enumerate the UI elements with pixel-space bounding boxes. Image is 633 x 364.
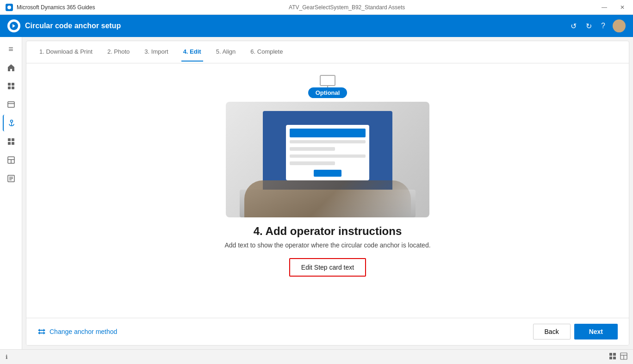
- svg-rect-4: [8, 83, 11, 86]
- sidebar: ≡: [0, 37, 22, 349]
- svg-point-2: [616, 22, 622, 27]
- svg-rect-7: [12, 86, 14, 89]
- grid-view-icon[interactable]: [609, 352, 616, 361]
- step-title: 4. Add operator instructions: [254, 225, 402, 238]
- optional-container: Optional: [319, 74, 336, 93]
- svg-point-3: [614, 28, 624, 32]
- dialog-line-2: [290, 147, 335, 151]
- tabs-bar: 1. Download & Print 2. Photo 3. Import 4…: [26, 41, 629, 63]
- svg-rect-13: [12, 138, 14, 141]
- header-title-text: Circular code anchor setup: [25, 22, 121, 30]
- svg-point-1: [7, 6, 11, 9]
- svg-rect-5: [12, 83, 14, 86]
- back-button[interactable]: Back: [533, 324, 571, 339]
- edit-step-card-button[interactable]: Edit Step card text: [289, 258, 366, 277]
- dialog-line-3: [290, 154, 366, 158]
- window-controls: — ✕: [599, 3, 627, 12]
- title-bar: Microsoft Dynamics 365 Guides ATV_GearSe…: [0, 0, 633, 15]
- status-info: ℹ: [6, 354, 8, 360]
- app-title: Microsoft Dynamics 365 Guides: [17, 4, 95, 11]
- dialog-line-1: [290, 140, 366, 144]
- change-anchor-label: Change anchor method: [50, 328, 117, 335]
- svg-rect-12: [8, 138, 11, 141]
- status-right: [609, 352, 627, 361]
- tab-download[interactable]: 1. Download & Print: [37, 43, 94, 62]
- svg-rect-28: [609, 357, 612, 359]
- optional-badge: Optional: [308, 87, 348, 98]
- header-logo: [7, 19, 20, 32]
- tab-align[interactable]: 5. Align: [214, 43, 238, 62]
- sidebar-item-layout[interactable]: [3, 152, 19, 168]
- svg-rect-23: [320, 75, 335, 86]
- redo-button[interactable]: ↻: [584, 20, 594, 32]
- main-content: Optional: [26, 63, 629, 318]
- app-icon: [6, 4, 13, 11]
- sidebar-item-card[interactable]: [3, 96, 19, 113]
- footer: Change anchor method Back Next: [26, 318, 629, 345]
- header-bar: Circular code anchor setup ↺ ↻ ?: [0, 15, 633, 37]
- info-icon: ℹ: [6, 354, 8, 360]
- laptop-image: [226, 102, 429, 217]
- svg-rect-29: [613, 357, 616, 359]
- close-button[interactable]: ✕: [617, 3, 627, 12]
- laptop-hands: [244, 180, 411, 217]
- sidebar-item-analytics[interactable]: [3, 78, 19, 94]
- tab-import[interactable]: 3. Import: [143, 43, 170, 62]
- svg-point-10: [10, 120, 12, 123]
- header-actions: ↺ ↻ ?: [569, 19, 626, 32]
- dialog-title: [290, 129, 366, 137]
- svg-rect-27: [613, 353, 616, 356]
- footer-right: Back Next: [533, 324, 618, 339]
- svg-rect-15: [12, 142, 14, 145]
- sidebar-item-home[interactable]: [3, 59, 19, 76]
- sidebar-item-library[interactable]: [3, 170, 19, 187]
- svg-rect-26: [609, 353, 612, 356]
- help-button[interactable]: ?: [599, 20, 607, 32]
- minimize-button[interactable]: —: [599, 3, 610, 12]
- user-avatar[interactable]: [613, 19, 626, 32]
- laptop-dialog: [286, 125, 369, 180]
- header-title-group: Circular code anchor setup: [7, 19, 121, 32]
- step-description: Add text to show the operator where the …: [224, 241, 430, 249]
- svg-rect-14: [8, 142, 11, 145]
- dialog-action-btn: [314, 170, 341, 177]
- next-button[interactable]: Next: [574, 324, 618, 339]
- dialog-line-4: [290, 161, 335, 165]
- undo-button[interactable]: ↺: [569, 20, 578, 32]
- status-bar: ℹ: [0, 349, 633, 364]
- tab-complete[interactable]: 6. Complete: [248, 43, 285, 62]
- svg-rect-6: [8, 86, 11, 89]
- sidebar-item-menu[interactable]: ≡: [3, 41, 19, 57]
- tab-edit[interactable]: 4. Edit: [181, 43, 203, 62]
- content-area: 1. Download & Print 2. Photo 3. Import 4…: [26, 41, 629, 345]
- sidebar-item-grid[interactable]: [3, 133, 19, 150]
- title-bar-left: Microsoft Dynamics 365 Guides: [6, 4, 95, 11]
- change-anchor-button[interactable]: Change anchor method: [37, 328, 117, 335]
- layout-view-icon[interactable]: [620, 352, 627, 361]
- change-anchor-icon: [37, 328, 46, 335]
- sidebar-item-anchor[interactable]: [3, 115, 19, 131]
- file-name: ATV_GearSelectSystem_B92_Standard Assets: [289, 4, 405, 11]
- app-body: ≡ 1. Download & Print 2: [0, 37, 633, 349]
- tab-photo[interactable]: 2. Photo: [106, 43, 131, 62]
- svg-rect-8: [8, 102, 14, 107]
